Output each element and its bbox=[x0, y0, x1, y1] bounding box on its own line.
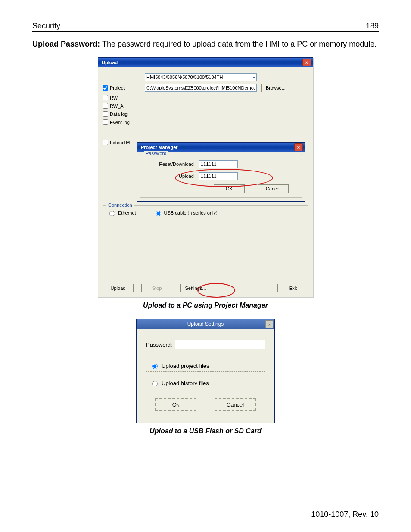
upload-dialog-title: Upload bbox=[102, 60, 118, 65]
section-heading: Security bbox=[32, 22, 60, 31]
reset-download-label: Reset/Download : bbox=[145, 162, 196, 167]
ethernet-radio-label: Ethernet bbox=[118, 210, 136, 215]
hmi-model-value: HMI5043/5056N/5070/5100/5104TH bbox=[146, 75, 223, 80]
ok-button[interactable]: Ok bbox=[155, 398, 196, 411]
upload-history-radio[interactable] bbox=[152, 381, 158, 386]
eventlog-checkbox-input[interactable] bbox=[103, 119, 108, 125]
browse-button[interactable]: Browse... bbox=[261, 84, 290, 92]
upload-settings-titlebar[interactable]: Upload Settings × bbox=[137, 319, 274, 329]
usb-radio[interactable]: USB cable (n series only) bbox=[153, 209, 218, 216]
close-icon[interactable]: × bbox=[265, 320, 273, 328]
upload-project-radio[interactable] bbox=[152, 364, 158, 369]
upload-history-label: Upload history files bbox=[162, 380, 209, 386]
connection-group-label: Connection bbox=[106, 202, 134, 208]
extend-checkbox-label: Extend M bbox=[110, 140, 130, 145]
password-group: Password Reset/Download : Upload : OK Ca… bbox=[140, 154, 302, 198]
upload-settings-title: Upload Settings bbox=[187, 321, 224, 327]
ok-button[interactable]: OK bbox=[214, 184, 245, 193]
stop-button[interactable]: Stop bbox=[141, 284, 172, 292]
eventlog-checkbox[interactable]: Event log bbox=[103, 119, 145, 125]
rw-checkbox-input[interactable] bbox=[103, 95, 108, 100]
project-checkbox-input[interactable] bbox=[103, 85, 108, 91]
upload-dialog-titlebar[interactable]: Upload × bbox=[98, 58, 313, 67]
settings-button[interactable]: Settings... bbox=[180, 284, 211, 292]
project-manager-dialog: Project Manager × Password Reset/Downloa… bbox=[137, 142, 305, 202]
close-icon[interactable]: × bbox=[294, 143, 303, 151]
project-checkbox[interactable]: Project bbox=[103, 85, 145, 91]
password-group-label: Password bbox=[144, 151, 168, 156]
reset-download-input[interactable] bbox=[199, 160, 238, 168]
usb-radio-input[interactable] bbox=[156, 211, 161, 216]
project-path-input[interactable] bbox=[145, 84, 257, 92]
upload-project-option[interactable]: Upload project files bbox=[146, 360, 265, 372]
rwa-checkbox-input[interactable] bbox=[103, 103, 108, 109]
upload-dialog: Upload × HMI5043/5056N/5070/5100/5104TH … bbox=[98, 57, 313, 297]
page-number: 189 bbox=[366, 22, 379, 31]
cancel-button[interactable]: Cancel bbox=[258, 184, 289, 193]
datalog-checkbox[interactable]: Data log bbox=[103, 111, 145, 117]
upload-settings-dialog: Upload Settings × Password: Upload proje… bbox=[136, 319, 275, 423]
figure-caption-2: Upload to a USB Flash or SD Card bbox=[32, 427, 379, 435]
usb-radio-label: USB cable (n series only) bbox=[164, 210, 218, 215]
rw-checkbox[interactable]: RW bbox=[103, 95, 145, 100]
eventlog-checkbox-label: Event log bbox=[110, 120, 130, 125]
project-checkbox-label: Project bbox=[110, 85, 125, 90]
cancel-button[interactable]: Cancel bbox=[215, 398, 256, 411]
chevron-down-icon[interactable]: ▾ bbox=[253, 75, 255, 80]
extend-checkbox-input[interactable] bbox=[103, 140, 108, 145]
password-label: Password: bbox=[146, 342, 172, 348]
figure-caption-1: Upload to a PC using Project Manager bbox=[32, 302, 379, 309]
upload-button[interactable]: Upload bbox=[103, 284, 134, 292]
rwa-checkbox-label: RW_A bbox=[110, 103, 124, 109]
rw-checkbox-label: RW bbox=[110, 95, 118, 100]
ethernet-radio-input[interactable] bbox=[109, 211, 115, 216]
rwa-checkbox[interactable]: RW_A bbox=[103, 103, 145, 109]
upload-password-input[interactable] bbox=[199, 172, 238, 180]
datalog-checkbox-label: Data log bbox=[110, 112, 128, 117]
intro-paragraph: Upload Password: The password required t… bbox=[32, 40, 379, 49]
ethernet-radio[interactable]: Ethernet bbox=[107, 209, 136, 216]
connection-group: Connection Ethernet USB cable (n series … bbox=[103, 205, 308, 219]
exit-button[interactable]: Exit bbox=[277, 284, 308, 292]
hmi-model-combo[interactable]: HMI5043/5056N/5070/5100/5104TH ▾ bbox=[145, 73, 257, 81]
close-icon[interactable]: × bbox=[302, 59, 311, 66]
intro-bold: Upload Password: bbox=[32, 40, 102, 48]
upload-history-option[interactable]: Upload history files bbox=[146, 377, 265, 389]
datalog-checkbox-input[interactable] bbox=[103, 111, 108, 117]
upload-project-label: Upload project files bbox=[162, 363, 209, 369]
project-manager-title: Project Manager bbox=[141, 145, 178, 150]
intro-text: The password required to upload data fro… bbox=[102, 40, 377, 48]
upload-password-label: Upload : bbox=[145, 174, 196, 179]
password-input[interactable] bbox=[175, 340, 265, 349]
footer-revision: 1010-1007, Rev. 10 bbox=[311, 510, 379, 519]
